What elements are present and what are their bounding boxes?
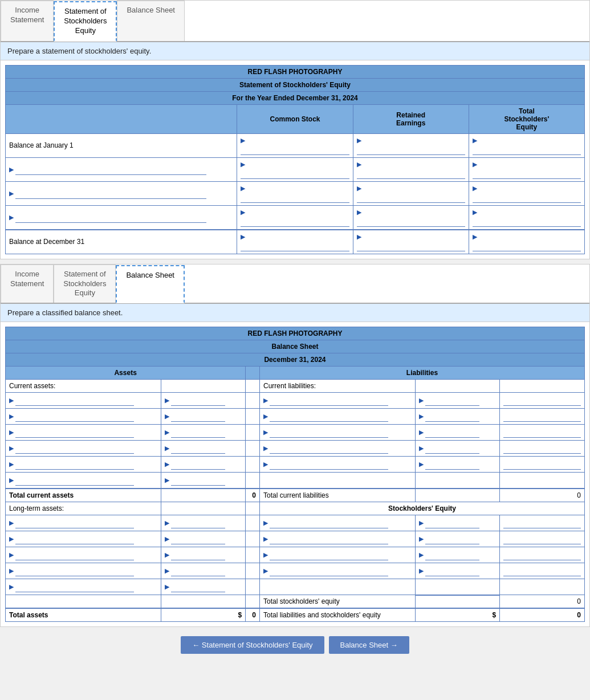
table-title-row-1: RED FLASH PHOTOGRAPHY (6, 65, 585, 78)
common-stock-dec-input[interactable] (241, 241, 349, 251)
se-label-3[interactable] (270, 550, 388, 560)
retained-earnings-dec-input[interactable] (357, 241, 465, 251)
liab-val-5b[interactable] (503, 459, 581, 470)
row2-label-input[interactable] (15, 164, 206, 175)
asset-val-4[interactable] (171, 443, 225, 454)
arrow-lt2: ▶ (9, 535, 14, 542)
liab-val-3a[interactable] (425, 427, 479, 438)
arrow-lt4: ▶ (9, 567, 14, 574)
tab-stockholders-equity-2[interactable]: Statement of Stockholders Equity (54, 264, 116, 303)
liab-val-2a[interactable] (425, 411, 479, 422)
se-label-1[interactable] (270, 518, 388, 528)
liab-label-2[interactable] (270, 411, 388, 422)
asset-label-6[interactable] (15, 475, 134, 486)
asset-val-2[interactable] (171, 411, 225, 422)
se-label-4[interactable] (270, 565, 388, 576)
liab-val-4b[interactable] (503, 443, 581, 454)
asset-val-6[interactable] (171, 475, 225, 486)
tab-balance-sheet-1[interactable]: Balance Sheet (117, 1, 185, 41)
asset-val-3[interactable] (171, 427, 225, 438)
liab-val-2b[interactable] (503, 411, 581, 422)
lt-asset-label-3[interactable] (15, 550, 134, 560)
arrow-icon-18: ▶ (473, 233, 477, 240)
arrow-lt3: ▶ (9, 551, 14, 558)
asset-label-1[interactable] (15, 395, 134, 406)
asset-val-5[interactable] (171, 459, 225, 470)
se-val-2a[interactable] (425, 534, 479, 544)
tab-balance-sheet-2[interactable]: Balance Sheet (116, 265, 185, 304)
asset-label-4[interactable] (15, 443, 134, 454)
arrow-se4v: ▶ (419, 567, 424, 574)
arrow-l4: ▶ (263, 445, 268, 451)
lt-se-row-3: ▶ ▶ ▶ ▶ (6, 547, 585, 563)
tab-stockholders-equity-1[interactable]: Statement of Stockholders Equity (54, 1, 117, 42)
liab-val-3b[interactable] (503, 427, 581, 438)
se-val-3a[interactable] (425, 550, 479, 560)
row4-common-input[interactable] (241, 216, 349, 227)
total-equity-dec-input[interactable] (473, 241, 581, 251)
row4-retained-input[interactable] (357, 216, 465, 227)
equity-row-4: ▶ ▶ ▶ ▶ (6, 205, 585, 230)
bottom-navigation: ← Statement of Stockholders' Equity Bala… (0, 632, 590, 658)
common-stock-jan-input[interactable] (241, 144, 349, 155)
se-val-3b[interactable] (503, 550, 581, 560)
asset-label-5[interactable] (15, 459, 134, 470)
lt-asset-label-1[interactable] (15, 518, 134, 528)
lt-asset-label-4[interactable] (15, 565, 134, 576)
se-val-4a[interactable] (425, 565, 479, 576)
arrow-icon-16: ▶ (241, 233, 245, 240)
asset-val-1[interactable] (171, 395, 225, 406)
lt-asset-label-5[interactable] (15, 581, 134, 592)
liab-label-4[interactable] (270, 443, 388, 454)
se-val-1a[interactable] (425, 518, 479, 528)
row2-total-input[interactable] (473, 168, 581, 179)
liab-val-5a[interactable] (425, 459, 479, 470)
arrow-se4: ▶ (263, 567, 268, 574)
liab-label-3[interactable] (270, 427, 388, 438)
arrow-a5: ▶ (9, 461, 14, 467)
row4-total-input[interactable] (473, 216, 581, 227)
se-label-2[interactable] (270, 534, 388, 544)
prev-nav-button[interactable]: ← Statement of Stockholders' Equity (181, 636, 324, 654)
se-val-4b[interactable] (503, 565, 581, 576)
lt-asset-val-1[interactable] (171, 518, 225, 528)
asset-label-2[interactable] (15, 411, 134, 422)
current-labels-row: Current assets: Current liabilities: (6, 380, 585, 393)
liab-val-1b[interactable] (503, 395, 581, 406)
liab-val-4a[interactable] (425, 443, 479, 454)
liab-label-5[interactable] (270, 459, 388, 470)
row4-label-input[interactable] (15, 212, 206, 223)
row2-common-input[interactable] (241, 168, 349, 179)
tab-income-statement-1[interactable]: Income Statement (1, 1, 54, 41)
bs-data-row-3: ▶ ▶ ▶ ▶ (6, 425, 585, 441)
row3-label-input[interactable] (15, 188, 206, 199)
arrow-a4v: ▶ (165, 445, 169, 451)
next-nav-button[interactable]: Balance Sheet → (329, 636, 409, 654)
lt-asset-val-4[interactable] (171, 565, 225, 576)
table-title-row-2: Statement of Stockholders' Equity (6, 78, 585, 91)
total-assets-row: Total assets $ 0 Total liabilities and s… (6, 608, 585, 622)
lt-asset-label-2[interactable] (15, 534, 134, 544)
retained-earnings-jan-input[interactable] (357, 144, 465, 155)
lt-asset-val-5[interactable] (171, 581, 225, 592)
arrow-a5v: ▶ (165, 461, 169, 467)
lt-asset-val-2[interactable] (171, 534, 225, 544)
row3-total-input[interactable] (473, 192, 581, 203)
lt-asset-val-3[interactable] (171, 550, 225, 560)
arrow-l2v: ▶ (419, 413, 424, 420)
column-headers-row: Common Stock Retained Earnings Total Sto… (6, 104, 585, 133)
row3-retained-input[interactable] (357, 192, 465, 203)
tab-income-statement-2[interactable]: Income Statement (1, 264, 54, 303)
se-val-2b[interactable] (503, 534, 581, 544)
se-val-1b[interactable] (503, 518, 581, 528)
arrow-se3v: ▶ (419, 551, 424, 558)
total-equity-jan-input[interactable] (473, 144, 581, 155)
arrow-icon-10: ▶ (357, 185, 361, 192)
arrow-a4: ▶ (9, 445, 14, 451)
row3-common-input[interactable] (241, 192, 349, 203)
asset-label-3[interactable] (15, 427, 134, 438)
row2-retained-input[interactable] (357, 168, 465, 179)
liab-val-1a[interactable] (425, 395, 479, 406)
liab-label-1[interactable] (270, 395, 388, 406)
arrow-a6v: ▶ (165, 477, 169, 483)
